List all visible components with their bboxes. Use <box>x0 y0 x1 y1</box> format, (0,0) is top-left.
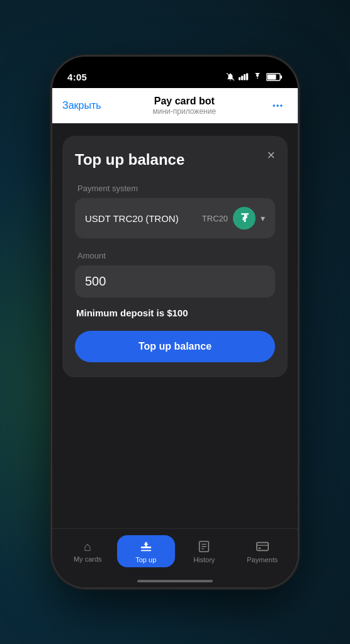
home-indicator <box>137 580 213 582</box>
nav-label-my-cards: My cards <box>74 555 102 563</box>
topup-icon <box>139 539 153 553</box>
svg-rect-13 <box>141 550 152 551</box>
bottom-nav: ⌂ My cards Top up <box>52 528 298 580</box>
payment-system-name: USDT TRC20 (TRON) <box>85 213 179 224</box>
phone-screen: 4:05 <box>52 57 298 587</box>
wifi-icon <box>252 73 262 80</box>
nav-item-payments[interactable]: Payments <box>234 535 292 567</box>
tg-title-block: Pay card bot мини-приложение <box>101 95 268 116</box>
svg-rect-18 <box>257 542 268 550</box>
bell-muted-icon <box>226 72 235 81</box>
home-icon: ⌂ <box>84 540 91 553</box>
svg-rect-7 <box>268 74 276 79</box>
tg-header: Закрыть Pay card bot мини-приложение <box>52 88 298 123</box>
tg-app-subtitle: мини-приложение <box>101 107 268 116</box>
phone-frame: 4:05 <box>52 57 298 587</box>
nav-item-my-cards[interactable]: ⌂ My cards <box>59 536 117 567</box>
nav-item-history[interactable]: History <box>175 535 234 567</box>
svg-rect-2 <box>241 75 243 80</box>
payment-system-label: Payment system <box>75 184 275 193</box>
topup-balance-button[interactable]: Top up balance <box>75 331 275 362</box>
payment-system-dropdown[interactable]: USDT TRC20 (TRON) TRC20 ₮ ▾ <box>75 198 275 238</box>
svg-point-10 <box>280 104 282 106</box>
tether-symbol: ₮ <box>241 211 248 225</box>
svg-rect-6 <box>281 75 283 79</box>
min-deposit-text: Minimum deposit is $100 <box>75 308 275 318</box>
dropdown-left: USDT TRC20 (TRON) <box>85 213 179 224</box>
nav-label-history: History <box>193 556 215 564</box>
dynamic-island <box>137 64 213 86</box>
amount-label: Amount <box>75 251 275 260</box>
svg-rect-4 <box>246 73 248 80</box>
svg-point-9 <box>276 104 278 106</box>
svg-point-8 <box>273 104 275 106</box>
tg-app-title: Pay card bot <box>101 95 268 107</box>
app-content: Top up balance × Payment system USDT TRC… <box>52 123 298 528</box>
chevron-down-icon: ▾ <box>261 213 265 223</box>
trc20-badge: TRC20 <box>202 214 228 223</box>
status-time: 4:05 <box>67 72 87 82</box>
amount-field[interactable]: 500 <box>75 265 275 297</box>
svg-rect-1 <box>239 77 240 80</box>
modal-close-button[interactable]: × <box>267 148 275 162</box>
modal-card: Top up balance × Payment system USDT TRC… <box>62 136 288 377</box>
svg-rect-3 <box>244 74 246 80</box>
status-icons <box>226 72 283 81</box>
more-icon <box>271 99 284 112</box>
nav-label-top-up: Top up <box>135 556 156 564</box>
nav-item-top-up[interactable]: Top up <box>117 535 176 567</box>
dropdown-right: TRC20 ₮ ▾ <box>202 207 265 230</box>
nav-label-payments: Payments <box>247 556 278 564</box>
signal-icon <box>239 73 249 80</box>
more-options-button[interactable] <box>268 96 288 116</box>
amount-value: 500 <box>85 274 106 288</box>
payments-icon <box>256 539 269 553</box>
tether-icon: ₮ <box>233 207 256 230</box>
svg-rect-20 <box>258 548 261 549</box>
history-icon <box>197 539 211 553</box>
modal-title: Top up balance <box>75 151 275 169</box>
battery-icon <box>266 73 283 81</box>
close-button[interactable]: Закрыть <box>62 100 101 111</box>
